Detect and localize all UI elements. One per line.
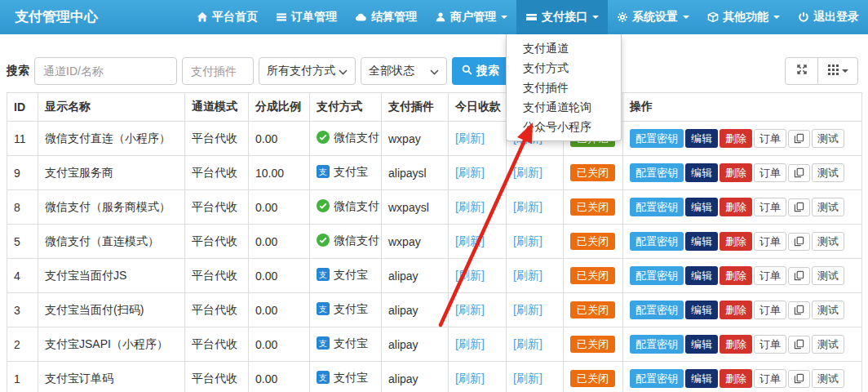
edit-button[interactable]: 编辑: [685, 129, 718, 148]
refresh-link[interactable]: [刷新]: [455, 200, 485, 213]
delete-button[interactable]: 删除: [720, 232, 752, 251]
cell-paytype: 支支付宝: [310, 362, 382, 392]
refresh-link[interactable]: [刷新]: [513, 337, 542, 350]
nav-item-settlement[interactable]: 结算管理: [346, 0, 426, 34]
nav-item-orders[interactable]: 订单管理: [267, 0, 346, 34]
status-badge[interactable]: 已关闭: [570, 267, 615, 284]
test-button[interactable]: 测试: [812, 266, 844, 285]
dropdown-item-1[interactable]: 支付通道: [507, 38, 621, 58]
test-button[interactable]: 测试: [812, 198, 844, 216]
delete-button[interactable]: 删除: [720, 335, 752, 354]
refresh-link[interactable]: [刷新]: [455, 269, 485, 282]
status-badge[interactable]: 已关闭: [570, 233, 615, 250]
copy-button[interactable]: [788, 336, 810, 354]
refresh-link[interactable]: [刷新]: [513, 269, 542, 282]
dropdown-item-5[interactable]: 公众号小程序: [507, 117, 621, 136]
test-button[interactable]: 测试: [812, 335, 844, 354]
dropdown-item-4[interactable]: 支付通道轮询: [507, 97, 621, 117]
cell-paytype: 支支付宝: [310, 327, 382, 362]
status-badge[interactable]: 已关闭: [570, 198, 615, 216]
copy-button[interactable]: [788, 130, 810, 148]
delete-button[interactable]: 删除: [720, 198, 752, 216]
edit-button[interactable]: 编辑: [685, 369, 718, 388]
config-key-button[interactable]: 配置密钥: [630, 301, 684, 319]
edit-button[interactable]: 编辑: [685, 163, 718, 182]
test-button[interactable]: 测试: [812, 369, 844, 388]
channel-search-input[interactable]: [34, 57, 177, 85]
delete-button[interactable]: 删除: [720, 301, 752, 319]
copy-button[interactable]: [788, 267, 810, 285]
delete-button[interactable]: 删除: [720, 266, 752, 285]
dropdown-item-3[interactable]: 支付插件: [507, 78, 621, 97]
test-button[interactable]: 测试: [812, 232, 844, 251]
order-button[interactable]: 订单: [754, 369, 786, 388]
cell-name: 微信支付直连（小程序）: [38, 122, 185, 156]
refresh-link[interactable]: [刷新]: [455, 166, 485, 179]
refresh-link[interactable]: [刷新]: [513, 303, 542, 316]
edit-button[interactable]: 编辑: [685, 335, 718, 354]
copy-button[interactable]: [788, 301, 810, 319]
config-key-button[interactable]: 配置密钥: [630, 232, 684, 251]
refresh-link[interactable]: [刷新]: [513, 234, 542, 247]
copy-button[interactable]: [788, 370, 810, 388]
status-select[interactable]: 全部状态: [361, 57, 447, 85]
delete-button[interactable]: 删除: [720, 163, 752, 182]
status-badge[interactable]: 已关闭: [570, 336, 615, 353]
order-button[interactable]: 订单: [754, 301, 786, 319]
refresh-link[interactable]: [刷新]: [455, 337, 485, 350]
test-button[interactable]: 测试: [812, 301, 844, 319]
status-badge[interactable]: 已关闭: [570, 370, 615, 387]
order-button[interactable]: 订单: [754, 266, 786, 285]
edit-button[interactable]: 编辑: [685, 266, 718, 285]
cell-actions: 配置密钥编辑删除订单测试: [623, 190, 862, 225]
order-button[interactable]: 订单: [754, 163, 786, 182]
config-key-button[interactable]: 配置密钥: [630, 266, 684, 285]
fullscreen-icon: [796, 64, 808, 78]
copy-button[interactable]: [788, 198, 810, 216]
copy-button[interactable]: [788, 164, 810, 182]
edit-button[interactable]: 编辑: [685, 232, 718, 251]
status-badge[interactable]: 已关闭: [570, 164, 615, 181]
cell-second-income: [刷新]: [507, 362, 564, 392]
edit-button[interactable]: 编辑: [685, 198, 718, 216]
nav-item-home[interactable]: 平台首页: [188, 0, 267, 34]
paytype-select[interactable]: 所有支付方式: [259, 57, 356, 85]
fullscreen-button[interactable]: [785, 57, 818, 85]
copy-button[interactable]: [788, 233, 810, 251]
refresh-link[interactable]: [刷新]: [455, 131, 485, 145]
plugin-search-input[interactable]: [182, 57, 254, 85]
cell-name: 支付宝当面付JS: [38, 259, 185, 293]
dropdown-item-2[interactable]: 支付方式: [507, 58, 621, 78]
refresh-link[interactable]: [刷新]: [455, 234, 485, 247]
config-key-button[interactable]: 配置密钥: [630, 369, 684, 388]
search-button[interactable]: 搜索: [452, 57, 509, 85]
nav-item-system-settings[interactable]: 系统设置: [608, 0, 698, 34]
power-icon: [798, 11, 809, 23]
order-button[interactable]: 订单: [754, 198, 786, 216]
order-button[interactable]: 订单: [754, 232, 786, 251]
cell-mode: 平台代收: [185, 122, 249, 156]
config-key-button[interactable]: 配置密钥: [630, 335, 684, 354]
config-key-button[interactable]: 配置密钥: [630, 198, 684, 216]
refresh-link[interactable]: [刷新]: [455, 372, 485, 385]
refresh-link[interactable]: [刷新]: [513, 166, 542, 179]
refresh-link[interactable]: [刷新]: [513, 372, 542, 385]
nav-item-merchants[interactable]: 商户管理: [426, 0, 516, 34]
column-header: 支付插件: [382, 93, 449, 122]
nav-item-logout[interactable]: 退出登录: [789, 0, 868, 34]
status-badge[interactable]: 已关闭: [570, 301, 615, 318]
delete-button[interactable]: 删除: [720, 129, 752, 148]
config-key-button[interactable]: 配置密钥: [630, 129, 684, 148]
delete-button[interactable]: 删除: [720, 369, 752, 388]
nav-item-other-functions[interactable]: 其他功能: [698, 0, 789, 34]
nav-item-pay-interface[interactable]: 支付接口: [516, 0, 608, 34]
test-button[interactable]: 测试: [812, 129, 844, 148]
edit-button[interactable]: 编辑: [685, 301, 718, 319]
order-button[interactable]: 订单: [754, 335, 786, 354]
refresh-link[interactable]: [刷新]: [513, 200, 542, 213]
test-button[interactable]: 测试: [812, 163, 844, 182]
refresh-link[interactable]: [刷新]: [455, 303, 485, 316]
config-key-button[interactable]: 配置密钥: [630, 163, 684, 182]
columns-button[interactable]: [817, 57, 858, 85]
order-button[interactable]: 订单: [754, 129, 786, 148]
